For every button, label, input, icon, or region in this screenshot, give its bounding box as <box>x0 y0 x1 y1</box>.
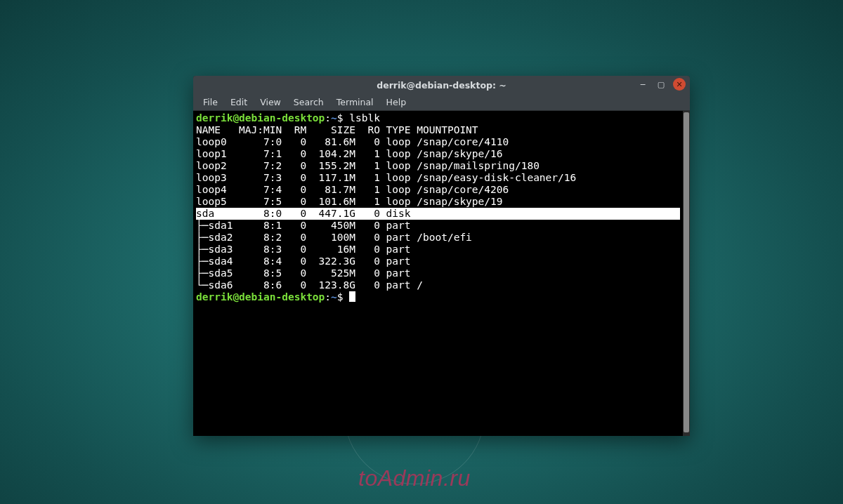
terminal-window: derrik@debian-desktop: ~ − ▢ ✕ File Edit… <box>193 76 690 436</box>
window-controls: − ▢ ✕ <box>636 78 686 91</box>
window-title: derrik@debian-desktop: ~ <box>193 80 690 91</box>
scrollbar-thumb[interactable] <box>684 112 689 432</box>
terminal-cursor <box>349 291 355 302</box>
menu-terminal[interactable]: Terminal <box>331 95 379 109</box>
window-titlebar[interactable]: derrik@debian-desktop: ~ − ▢ ✕ <box>193 76 690 94</box>
scrollbar[interactable] <box>683 111 690 436</box>
menu-file[interactable]: File <box>197 95 223 109</box>
minimize-button[interactable]: − <box>636 78 649 91</box>
terminal-body-wrap: derrik@debian-desktop:~$ lsblk NAME MAJ:… <box>193 111 690 436</box>
menu-edit[interactable]: Edit <box>225 95 253 109</box>
close-button[interactable]: ✕ <box>673 78 686 91</box>
maximize-button[interactable]: ▢ <box>655 78 667 91</box>
menu-search[interactable]: Search <box>288 95 329 109</box>
menu-help[interactable]: Help <box>381 95 412 109</box>
terminal-output[interactable]: derrik@debian-desktop:~$ lsblk NAME MAJ:… <box>193 111 683 436</box>
menu-view[interactable]: View <box>254 95 287 109</box>
menubar: File Edit View Search Terminal Help <box>193 94 690 111</box>
watermark-text: toAdmin.ru <box>358 465 471 491</box>
